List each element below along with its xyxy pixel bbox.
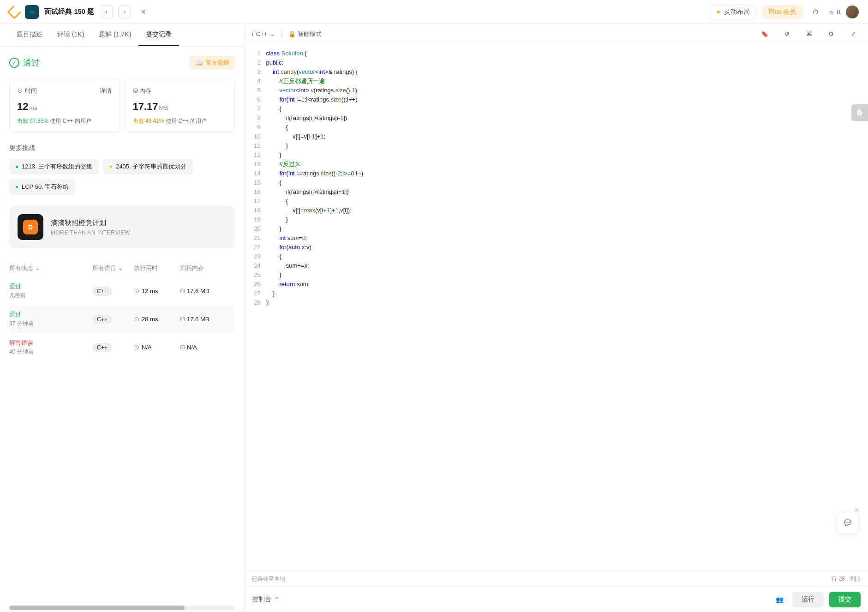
submit-button[interactable]: 提交 <box>829 592 861 607</box>
tabs: 题目描述 评论 (1K) 题解 (1.7K) 提交记录 <box>0 24 244 47</box>
timer-icon[interactable]: ⏱ <box>808 5 823 19</box>
code-panel: i C++ ⌄ 🔒 智能模式 🔖 ↺ ⌘ ⚙ ⤢ 123456789101112… <box>245 24 868 612</box>
console-toggle[interactable]: 控制台 ⌃ <box>252 595 280 604</box>
official-solution-button[interactable]: 📖 官方题解 <box>190 56 235 70</box>
submissions-table: 所有状态 ⌄ 所有语言 ⌄ 执行用时 消耗内存 通过几秒前 C++ ⏲12 ms… <box>9 259 235 361</box>
notes-tab-icon[interactable]: 📄 <box>851 104 868 121</box>
challenge-item[interactable]: 1213. 三个有序数组的交集 <box>9 159 99 174</box>
shuffle-button[interactable]: ⤨ <box>137 6 150 18</box>
h-scrollbar[interactable] <box>9 606 235 610</box>
filter-lang[interactable]: 所有语言 ⌄ <box>92 264 134 272</box>
more-challenges-title: 更多挑战 <box>9 144 235 152</box>
promo-icon: D <box>18 214 43 240</box>
tab-comments[interactable]: 评论 (1K) <box>50 24 91 46</box>
promo-banner[interactable]: D 滴滴秋招橙意计划 MORE THAN AN INTERVIEW <box>9 206 235 248</box>
save-status: 已存储至本地 <box>252 575 285 583</box>
fullscreen-icon[interactable]: ⤢ <box>846 27 861 42</box>
page-title: 面试经典 150 题 <box>44 7 94 16</box>
run-button[interactable]: 运行 <box>792 592 824 607</box>
code-editor[interactable]: 1234567891011121314151617181920212223242… <box>245 44 868 571</box>
submission-row[interactable]: 通过几秒前 C++ ⏲12 ms ⛁17.6 MB <box>9 277 235 305</box>
settings-icon[interactable]: ⚙ <box>824 27 838 42</box>
plus-button[interactable]: Plus 会员 <box>762 5 802 19</box>
submission-row[interactable]: 解答错误40 分钟前 C++ ⏲N/A ⛁N/A <box>9 333 235 361</box>
logo-icon[interactable] <box>7 5 21 19</box>
prev-button[interactable]: ‹ <box>100 6 113 18</box>
check-icon: ✓ <box>9 58 19 68</box>
challenge-item[interactable]: LCP 50. 宝石补给 <box>9 179 75 195</box>
submission-status: ✓ 通过 <box>9 57 40 68</box>
language-selector[interactable]: i C++ ⌄ <box>252 30 275 37</box>
time-card[interactable]: ⏲ 时间详情 12ms 击败 97.35% 使用 C++ 的用户 <box>9 79 120 133</box>
avatar[interactable] <box>846 6 859 18</box>
tab-submissions[interactable]: 提交记录 <box>138 24 179 46</box>
cursor-position: 行 28，列 3 <box>832 575 861 583</box>
layout-button[interactable]: ✦灵动布局 <box>709 5 757 19</box>
smart-mode[interactable]: 🔒 智能模式 <box>288 30 322 38</box>
group-icon[interactable]: 👥 <box>772 592 787 607</box>
tab-solutions[interactable]: 题解 (1.7K) <box>91 24 138 46</box>
topbar: ▭ 面试经典 150 题 ‹ › ⤨ ✦灵动布局 Plus 会员 ⏱ 🜂 0 <box>0 0 868 24</box>
left-panel: 题目描述 评论 (1K) 题解 (1.7K) 提交记录 ✓ 通过 📖 官方题解 … <box>0 24 245 612</box>
col-time-header: 执行用时 <box>134 264 180 272</box>
col-mem-header: 消耗内存 <box>180 264 235 272</box>
tab-description[interactable]: 题目描述 <box>9 24 50 46</box>
filter-status[interactable]: 所有状态 ⌄ <box>9 264 92 272</box>
bookmark-icon[interactable]: 🔖 <box>757 27 772 42</box>
challenge-item[interactable]: 2405. 子字符串的最优划分 <box>103 159 193 174</box>
submission-row[interactable]: 通过37 分钟前 C++ ⏲28 ms ⛁17.6 MB <box>9 305 235 333</box>
shortcuts-icon[interactable]: ⌘ <box>802 27 816 42</box>
streak-counter[interactable]: 🜂 0 <box>828 8 840 16</box>
next-button[interactable]: › <box>118 6 131 18</box>
memory-card[interactable]: ⛁ 内存 17.17MB 击败 49.41% 使用 C++ 的用户 <box>125 79 235 133</box>
chat-fab-icon[interactable]: 💬 <box>837 512 859 534</box>
study-plan-icon[interactable]: ▭ <box>25 5 39 19</box>
reset-icon[interactable]: ↺ <box>779 27 794 42</box>
